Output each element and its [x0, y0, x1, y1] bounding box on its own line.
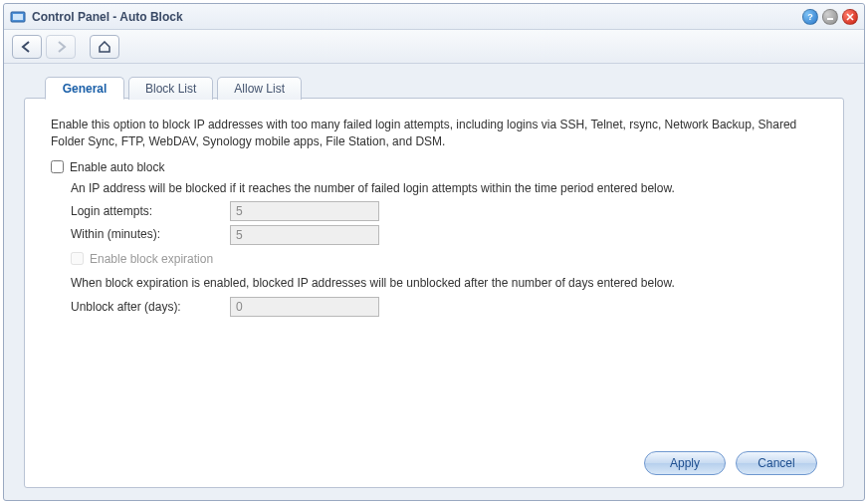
window: Control Panel - Auto Block ?	[3, 3, 865, 501]
enable-block-expiration-label: Enable block expiration	[90, 249, 213, 269]
footer-buttons: Apply Cancel	[51, 445, 817, 475]
tab-allow-list[interactable]: Allow List	[217, 77, 302, 100]
within-minutes-label: Within (minutes):	[71, 224, 230, 244]
enable-block-expiration-row: Enable block expiration	[71, 249, 817, 269]
tab-label: Allow List	[234, 82, 285, 96]
home-button[interactable]	[90, 35, 119, 59]
enable-block-expiration-checkbox[interactable]	[71, 252, 84, 265]
minimize-icon[interactable]	[822, 9, 838, 25]
within-minutes-row: Within (minutes):	[71, 224, 817, 244]
tab-label: General	[63, 82, 108, 96]
forward-button[interactable]	[46, 35, 76, 59]
window-title: Control Panel - Auto Block	[32, 10, 802, 24]
back-button[interactable]	[12, 35, 42, 59]
unblock-after-label: Unblock after (days):	[71, 297, 230, 317]
block-expiration-sub-desc: When block expiration is enabled, blocke…	[71, 273, 817, 293]
tab-block-list[interactable]: Block List	[128, 77, 213, 100]
panel: General Block List Allow List Enable thi…	[24, 98, 844, 488]
content-area: General Block List Allow List Enable thi…	[4, 64, 864, 500]
svg-rect-3	[827, 18, 833, 20]
svg-text:?: ?	[807, 12, 813, 22]
auto-block-sub-desc: An IP address will be blocked if it reac…	[71, 178, 817, 198]
svg-rect-1	[13, 14, 23, 20]
login-attempts-row: Login attempts:	[71, 201, 817, 221]
help-icon[interactable]: ?	[802, 9, 818, 25]
enable-auto-block-checkbox[interactable]	[51, 160, 64, 173]
tab-label: Block List	[145, 82, 196, 96]
enable-auto-block-row: Enable auto block	[51, 160, 817, 174]
login-attempts-label: Login attempts:	[71, 201, 230, 221]
within-minutes-input[interactable]	[230, 225, 379, 245]
tabs: General Block List Allow List	[45, 76, 302, 99]
window-controls: ?	[802, 9, 858, 25]
nav-bar	[4, 30, 864, 64]
auto-block-sub: An IP address will be blocked if it reac…	[71, 178, 817, 320]
cancel-button[interactable]: Cancel	[736, 451, 817, 475]
unblock-after-input[interactable]	[230, 297, 379, 317]
control-panel-icon	[10, 9, 26, 25]
apply-button[interactable]: Apply	[644, 451, 726, 475]
close-icon[interactable]	[842, 9, 858, 25]
description-text: Enable this option to block IP addresses…	[51, 117, 817, 150]
tab-general[interactable]: General	[45, 77, 124, 100]
title-bar: Control Panel - Auto Block ?	[4, 4, 864, 30]
unblock-after-row: Unblock after (days):	[71, 297, 817, 317]
login-attempts-input[interactable]	[230, 201, 379, 221]
enable-auto-block-label: Enable auto block	[70, 160, 164, 174]
